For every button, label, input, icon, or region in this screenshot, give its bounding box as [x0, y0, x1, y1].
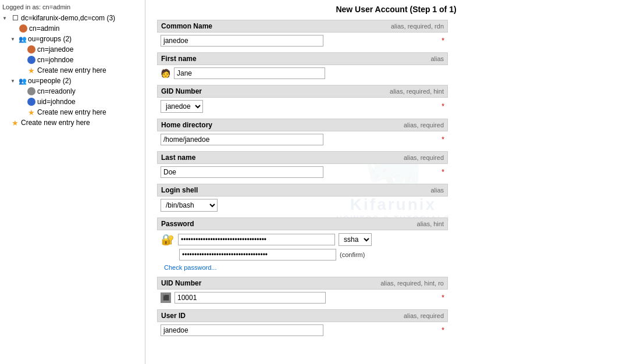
logged-in-label: Logged in as: cn=admin — [0, 2, 145, 13]
home-directory-label: Home directory — [161, 121, 212, 129]
readonly-icon — [27, 87, 36, 96]
gid-number-select[interactable]: janedoe johndoe — [161, 100, 203, 113]
create-entry-people[interactable]: ★ Create new entry here — [0, 107, 145, 117]
user-id-body: * — [157, 322, 448, 338]
common-name-input[interactable] — [161, 35, 323, 47]
common-name-meta: alias, required, rdn — [391, 23, 444, 30]
first-name-header: First name alias — [157, 52, 448, 65]
last-name-section: Last name alias, required * — [157, 151, 448, 180]
common-name-section: Common Name alias, required, rdn * — [157, 20, 448, 49]
uid-number-label: UID Number — [161, 279, 201, 287]
uid-number-input[interactable] — [175, 292, 326, 304]
gid-number-meta: alias, required, hint — [390, 88, 444, 95]
new-user-form: Common Name alias, required, rdn * First… — [157, 20, 448, 338]
last-name-required: * — [441, 168, 444, 176]
first-name-input[interactable] — [174, 67, 325, 79]
main-content: 🦏 Kifarunix HOWTOS & TUTORIALS New User … — [145, 0, 641, 364]
first-name-section: First name alias 🧑 — [157, 52, 448, 81]
tree-ou-groups[interactable]: 👥 ou=groups (2) — [0, 34, 145, 44]
janedoe-group-icon — [27, 45, 36, 54]
uid-number-icon: ⬛ — [161, 292, 171, 303]
people-label: ou=people (2) — [28, 77, 71, 85]
password-label: Password — [161, 220, 194, 228]
gid-number-section: GID Number alias, required, hint janedoe… — [157, 85, 448, 115]
tree-item-readonly[interactable]: cn=readonly — [0, 86, 145, 97]
first-name-body: 🧑 — [157, 65, 448, 81]
confirm-spacer — [161, 251, 176, 259]
password-row: 🔐 ssha md5 sha crypt — [161, 233, 444, 247]
toggle-people-icon — [8, 76, 17, 85]
last-name-meta: alias, required — [404, 154, 444, 161]
toggle-root-icon — [0, 13, 9, 23]
tree-item-uid-johndoe[interactable]: uid=johndoe — [0, 97, 145, 107]
uid-number-header: UID Number alias, required, hint, ro — [157, 277, 448, 290]
directory-tree: ☐ dc=kifarunix-demo,dc=com (3) cn=admin … — [0, 13, 145, 128]
tree-item-janedoe-group[interactable]: cn=janedoe — [0, 44, 145, 55]
password-header: Password alias, hint — [157, 217, 448, 230]
readonly-label: cn=readonly — [37, 87, 76, 95]
spacer5 — [16, 87, 26, 96]
tree-item-admin[interactable]: cn=admin — [0, 23, 145, 34]
last-name-input[interactable] — [161, 166, 323, 178]
last-name-header: Last name alias, required — [157, 151, 448, 164]
hash-type-select[interactable]: ssha md5 sha crypt — [339, 233, 372, 246]
page-title: New User Account (Step 1 of 1) — [157, 0, 635, 20]
spacer6 — [16, 97, 26, 106]
home-directory-input[interactable] — [161, 134, 323, 145]
first-name-meta: alias — [430, 55, 444, 62]
user-id-required: * — [441, 326, 444, 334]
janedoe-group-label: cn=janedoe — [37, 45, 73, 53]
password-icon: 🔐 — [161, 233, 175, 247]
uid-number-required: * — [441, 294, 444, 302]
gid-number-required: * — [441, 102, 444, 110]
login-shell-meta: alias — [430, 187, 444, 194]
login-shell-select[interactable]: /bin/bash /bin/sh /bin/csh /sbin/nologin — [161, 199, 218, 212]
confirm-label: (confirm) — [340, 251, 365, 258]
group-icon: 👥 — [19, 35, 27, 43]
home-directory-body: * — [157, 131, 448, 148]
user-id-input[interactable] — [161, 324, 323, 336]
gid-number-label: GID Number — [161, 87, 202, 95]
login-shell-label: Login shell — [161, 186, 198, 194]
spacer7 — [16, 108, 26, 117]
tree-root[interactable]: ☐ dc=kifarunix-demo,dc=com (3) — [0, 13, 145, 23]
dc-icon: ☐ — [10, 13, 20, 23]
create-entry-people-label: Create new entry here — [37, 108, 106, 116]
gid-number-header: GID Number alias, required, hint — [157, 85, 448, 98]
create-entry-groups[interactable]: ★ Create new entry here — [0, 65, 145, 76]
spacer — [8, 24, 17, 33]
create-entry-root[interactable]: ★ Create new entry here — [0, 117, 145, 128]
password-body: 🔐 ssha md5 sha crypt (confirm) — [157, 230, 448, 273]
spacer8 — [0, 118, 9, 127]
last-name-label: Last name — [161, 154, 195, 162]
home-directory-section: Home directory alias, required * — [157, 119, 448, 148]
user-id-label: User ID — [161, 312, 186, 320]
spacer4 — [16, 66, 26, 75]
gid-number-body: janedoe johndoe * — [157, 98, 448, 115]
sidebar: Logged in as: cn=admin ☐ dc=kifarunix-de… — [0, 0, 145, 364]
login-shell-body: /bin/bash /bin/sh /bin/csh /sbin/nologin — [157, 197, 448, 214]
first-name-label: First name — [161, 55, 197, 63]
password-section: Password alias, hint 🔐 ssha md5 sha cryp… — [157, 217, 448, 273]
star-groups-icon: ★ — [27, 66, 36, 75]
people-icon: 👥 — [19, 77, 27, 85]
tree-item-johndoe-group[interactable]: cn=johndoe — [0, 55, 145, 65]
password-input[interactable] — [178, 234, 335, 245]
groups-label: ou=groups (2) — [28, 35, 72, 43]
user-id-meta: alias, required — [404, 312, 444, 319]
home-directory-header: Home directory alias, required — [157, 119, 448, 131]
create-entry-groups-label: Create new entry here — [37, 66, 106, 74]
common-name-label: Common Name — [161, 22, 212, 30]
check-password-link[interactable]: Check password... — [164, 264, 444, 271]
tree-ou-people[interactable]: 👥 ou=people (2) — [0, 76, 145, 86]
confirm-password-input[interactable] — [179, 249, 336, 260]
uid-number-section: UID Number alias, required, hint, ro ⬛ * — [157, 277, 448, 306]
uid-number-body: ⬛ * — [157, 290, 448, 306]
spacer3 — [16, 55, 26, 65]
johndoe-group-label: cn=johndoe — [37, 56, 73, 64]
spacer2 — [16, 45, 26, 54]
toggle-groups-icon — [8, 34, 17, 44]
uid-johndoe-icon — [27, 97, 36, 106]
admin-label: cn=admin — [29, 24, 59, 33]
user-id-section: User ID alias, required * — [157, 309, 448, 338]
